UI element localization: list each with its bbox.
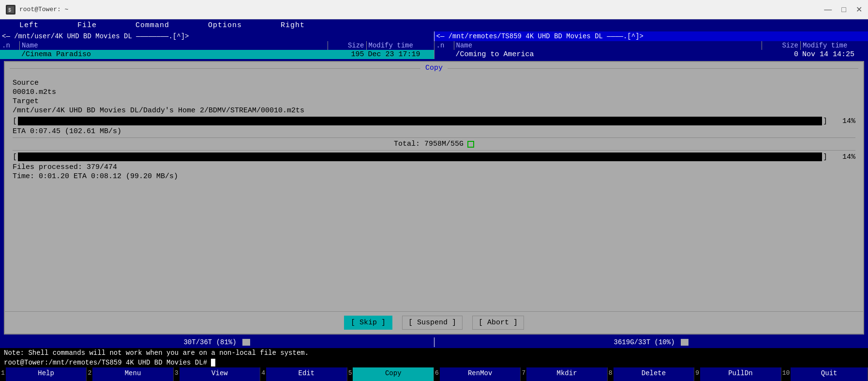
right-col-n: .n [434, 41, 454, 50]
fkey-view[interactable]: 3View [174, 367, 260, 381]
window-chrome: $ root@Tower: ~ — □ ✕ [0, 0, 868, 19]
fkey-num-7: 7 [521, 367, 526, 381]
file-progress-bar: [ ] 14% [13, 117, 855, 125]
total-line: Total: 7958M/55G [13, 137, 855, 151]
total-progress-bar: [ ] 14% [13, 152, 855, 161]
copy-buttons: [ Skip ] [ Suspend ] [ Abort ] [5, 311, 863, 334]
fkey-label-menu[interactable]: Menu [92, 367, 173, 381]
svg-text:$: $ [8, 8, 11, 13]
cursor [211, 359, 215, 366]
right-col-modify: Modify time [800, 41, 868, 50]
fkey-pulldn[interactable]: 9PullDn [694, 367, 781, 381]
fkey-num-10: 10 [781, 367, 791, 381]
copy-title-text: Copy [420, 64, 448, 72]
total-progress-open: [ [13, 153, 17, 161]
right-row-n [434, 54, 454, 55]
left-scroll-indicator [242, 339, 250, 346]
fkey-num-1: 1 [0, 367, 6, 381]
panels-cols: .n Name Size Modify time .n Name Size Mo… [0, 41, 868, 50]
status-bars: 30T/36T (81%) 3619G/33T (10%) [0, 336, 868, 348]
fkey-num-5: 5 [347, 367, 353, 381]
panels-row: /Cinema Paradiso 195 Dec 23 17:19 /Comin… [0, 50, 868, 59]
fkey-mkdir[interactable]: 7Mkdir [521, 367, 607, 381]
title-text: root@Tower: ~ [19, 6, 68, 13]
progress-open-bracket: [ [13, 117, 17, 125]
close-button[interactable]: ✕ [856, 6, 862, 14]
right-panel-row[interactable]: /Coming to America 0 Nov 14 14:25 [434, 50, 868, 59]
total-text: Total: 7958M/55G [394, 140, 464, 148]
menubar-item-options[interactable]: Options [189, 20, 261, 30]
fkey-label-copy[interactable]: Copy [353, 367, 434, 381]
fkey-num-4: 4 [260, 367, 266, 381]
progress-bar-fill [18, 117, 131, 125]
fkey-num-9: 9 [694, 367, 700, 381]
cmd-prompt: root@Tower:/mnt/remotes/TS859 4K UHD BD … [4, 359, 207, 366]
left-panel-row[interactable]: /Cinema Paradiso 195 Dec 23 17:19 [0, 50, 434, 59]
fkey-label-pulldn[interactable]: PullDn [700, 367, 781, 381]
right-col-name: Name [454, 41, 762, 50]
right-row-size: 0 [762, 50, 800, 59]
fkey-renmov[interactable]: 6RenMov [434, 367, 521, 381]
abort-button[interactable]: [ Abort ] [472, 316, 524, 330]
menubar-item-command[interactable]: Command [116, 20, 189, 30]
progress-bar-inner [18, 117, 822, 125]
menubar-item-file[interactable]: File [58, 20, 116, 30]
fkey-menu[interactable]: 2Menu [87, 367, 173, 381]
menubar-item-left[interactable]: Left [0, 20, 58, 30]
fkey-num-8: 8 [608, 367, 614, 381]
copy-body: Source 00010.m2ts Target /mnt/user/4K UH… [5, 74, 863, 309]
skip-button[interactable]: [ Skip ] [344, 316, 392, 330]
left-col-size: Size [328, 41, 366, 50]
suspend-button[interactable]: [ Suspend ] [402, 316, 463, 330]
status-left: 30T/36T (81%) [0, 337, 434, 347]
right-panel-cols: .n Name Size Modify time [434, 41, 868, 50]
left-row-size: 195 [328, 50, 366, 59]
total-progress-close: ] [823, 153, 827, 161]
note-text: Note: Shell commands will not work when … [4, 349, 309, 357]
window-controls: — □ ✕ [824, 6, 862, 14]
source-label: Source [13, 79, 855, 87]
fkey-num-6: 6 [434, 367, 440, 381]
copy-title-bar: Copy [5, 62, 863, 74]
funckeys: 1Help2Menu3View4Edit5Copy6RenMov7Mkdir8D… [0, 367, 868, 381]
fkey-num-2: 2 [87, 367, 92, 381]
minimize-button[interactable]: — [824, 6, 832, 14]
menubar-item-right[interactable]: Right [261, 20, 324, 30]
right-row-modify: Nov 14 14:25 [800, 50, 868, 59]
left-col-modify: Modify time [366, 41, 434, 50]
fkey-edit[interactable]: 4Edit [260, 367, 347, 381]
time-line: Time: 0:01.20 ETA 0:08.12 (99.20 MB/s) [13, 172, 855, 181]
cmd-line[interactable]: root@Tower:/mnt/remotes/TS859 4K UHD BD … [0, 358, 868, 367]
fkey-label-mkdir[interactable]: Mkdir [526, 367, 607, 381]
right-scroll-indicator [681, 339, 688, 346]
right-row-name: /Coming to America [454, 50, 762, 59]
left-row-n [0, 54, 19, 55]
fkey-label-renmov[interactable]: RenMov [440, 367, 521, 381]
left-col-n: .n [0, 41, 19, 50]
right-col-size: Size [762, 41, 800, 50]
progress-close-bracket: ] [823, 117, 827, 125]
status-left-text: 30T/36T (81%) [183, 338, 236, 346]
window-title: $ root@Tower: ~ [6, 5, 68, 15]
fkey-delete[interactable]: 8Delete [608, 367, 694, 381]
note-line: Note: Shell commands will not work when … [0, 348, 868, 358]
source-file: 00010.m2ts [13, 88, 855, 96]
left-row-name: /Cinema Paradiso [19, 50, 328, 59]
maximize-button[interactable]: □ [841, 6, 846, 14]
left-col-name: Name [19, 41, 328, 50]
fkey-num-3: 3 [174, 367, 180, 381]
fkey-quit[interactable]: 10Quit [781, 367, 868, 381]
left-row-modify: Dec 23 17:19 [366, 50, 434, 59]
copy-dialog: Copy Source 00010.m2ts Target /mnt/user/… [4, 61, 864, 335]
total-progress-bar-inner [18, 152, 822, 161]
eta-line: ETA 0:07.45 (102.61 MB/s) [13, 127, 855, 136]
status-right-text: 3619G/33T (10%) [614, 338, 675, 346]
fkey-label-help[interactable]: Help [6, 367, 87, 381]
fkey-help[interactable]: 1Help [0, 367, 87, 381]
fkey-label-quit[interactable]: Quit [791, 367, 868, 381]
terminal: Left File Command Options Right <— /mnt/… [0, 19, 868, 381]
fkey-label-edit[interactable]: Edit [266, 367, 347, 381]
fkey-label-delete[interactable]: Delete [614, 367, 694, 381]
fkey-label-view[interactable]: View [180, 367, 260, 381]
fkey-copy[interactable]: 5Copy [347, 367, 434, 381]
